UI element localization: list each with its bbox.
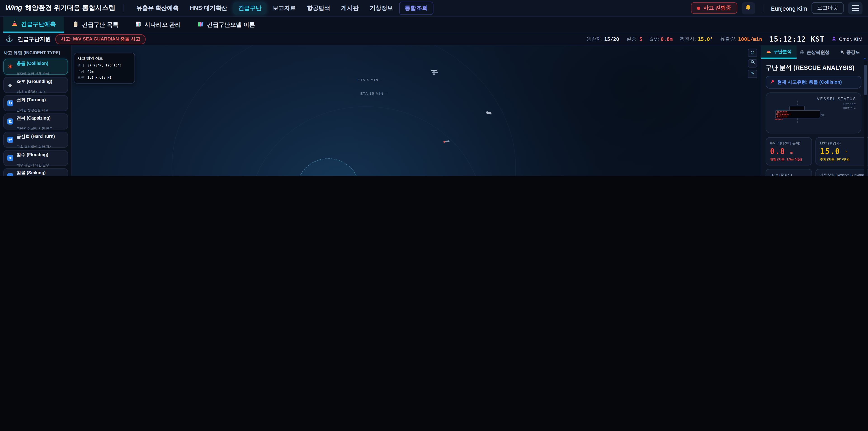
incident-type-grounding[interactable]: ◆ 좌초 (Grounding)해저 접촉/암초 좌초 (3, 77, 68, 93)
notifications-button[interactable] (742, 2, 755, 14)
divider (123, 4, 123, 12)
pin-icon (770, 79, 775, 85)
vessel-status-title: VESSEL STATUS (817, 97, 857, 101)
eta-label-1: ETA 5 MIN — (358, 78, 384, 81)
main-area: 사고 유형 (INCIDENT TYPE) ✶ 충돌 (Collision)외력… (0, 45, 868, 176)
incident-type-flooding[interactable]: ≈ 침수 (Flooding)해수 유입에 의한 침수 (3, 150, 68, 166)
divider (763, 4, 763, 12)
metric-reserve-buoyancy: 잔존 부력 (Reserve Buoyancy) 30% (815, 169, 868, 176)
incident-type-turning[interactable]: ↻ 선회 (Turning)급격한 방향전환 사고 (3, 95, 68, 111)
helicopter-icon (431, 68, 438, 78)
tab-rescue-list[interactable]: 긴급구난 목록 (64, 17, 127, 33)
brand-logo: Wing 해양환경 위기대응 통합시스템 (5, 3, 115, 13)
eta-label-2: ETA 15 MIN — (360, 92, 389, 95)
target-tool-icon[interactable]: ◎ (748, 49, 757, 57)
stat-gm: GM:0.8m (650, 36, 673, 41)
impact-label: IMPACT (775, 118, 783, 121)
tab-bar: 긴급구난예측 긴급구난 목록 시나리오 관리 긴급구난모델 이론 (0, 17, 868, 33)
clipboard-icon (72, 21, 79, 28)
brand-logo-mark: Wing (5, 3, 22, 12)
panel-tab-rescue-analysis[interactable]: 구난분석 (761, 45, 797, 59)
chart-icon (135, 21, 141, 28)
nav-item-aerial-search[interactable]: 항공탐색 (302, 2, 335, 14)
statusbar-stats: 생존자:15/20 실종:5 GM:0.8m 횡경사:15.0° 유출량:100… (586, 35, 862, 43)
nav-item-oil-spill[interactable]: 유출유 확산예측 (131, 2, 184, 14)
siren-icon (766, 49, 771, 55)
stat-list: 횡경사:15.0° (680, 35, 713, 43)
panel-scrollbar[interactable]: ▲ ▼ (864, 60, 867, 176)
status-bar: ⚓ 긴급구난지원 사고: M/V SEA GUARDIAN 충돌 사고 생존자:… (0, 33, 868, 45)
anchor-icon: ⚓ (5, 35, 13, 43)
panel-tab-damage-stability[interactable]: 손상복원성 (797, 45, 833, 59)
metric-trim: TRIM (종경사) 2.5 m 선미 침하 (AFT SINKAGE) (766, 169, 812, 176)
info-row-current: 조류2.5 knots NE (78, 75, 131, 80)
collision-burst-icon: ✶ (8, 63, 13, 70)
stat-missing: 실종:5 (626, 35, 643, 43)
panel-scroll-area[interactable]: 구난 분석 (RESCUE ANALYSIS) 현재 사고유형: 충돌 (Col… (761, 59, 868, 176)
incident-name-badge: 사고: M/V SEA GUARDIAN 충돌 사고 (55, 34, 146, 44)
metric-list: LIST (횡경사) 15.0 ° 주의 (기준: 10° 이내) (815, 137, 868, 165)
nav-item-integrated-search[interactable]: 통합조회 (399, 1, 434, 15)
incident-type-collision[interactable]: ✶ 충돌 (Collision)외력에 의한 선체 손상 (3, 59, 68, 75)
menu-icon[interactable] (848, 2, 863, 14)
current-incident-pin: 현재 사고유형: 충돌 (Collision) (766, 76, 862, 89)
tab-rescue-prediction[interactable]: 긴급구난예측 (3, 17, 64, 33)
main-menu: 유출유 확산예측 HNS·대기확산 긴급구난 보고자료 항공탐색 게시판 기상정… (131, 1, 433, 15)
commander-badge: Cmdr. KIM (832, 36, 863, 42)
incident-type-hard-turn[interactable]: ↩ 급선회 (Hard Turn)고속 급선회에 의한 경사 (3, 132, 68, 148)
top-nav: Wing 해양환경 위기대응 통합시스템 유출유 확산예측 HNS·대기확산 긴… (0, 0, 868, 17)
breach-circle-icon (776, 112, 781, 117)
tab-rescue-model-theory[interactable]: 긴급구난모델 이론 (189, 17, 264, 33)
bell-icon (745, 4, 751, 12)
nav-item-board[interactable]: 게시판 (336, 2, 364, 14)
nav-item-emergency-rescue[interactable]: 긴급구난 (233, 2, 267, 14)
panel-heading: 구난 분석 (RESCUE ANALYSIS) (766, 64, 862, 72)
incident-type-capsizing[interactable]: ⇅ 전복 (Capsizing)복원력 상실에 의한 전복 (3, 114, 68, 129)
waterline-label: WL (822, 114, 825, 117)
turning-icon: ↻ (7, 100, 13, 106)
app-root: Wing 해양환경 위기대응 통합시스템 유출유 확산예측 HNS·대기확산 긴… (0, 0, 868, 176)
app-title: 해양환경 위기대응 통합시스템 (25, 3, 115, 13)
flooded-compartment: FLOODED (777, 111, 787, 117)
nav-item-weather[interactable]: 기상정보 (365, 2, 398, 14)
user-name: Eunjeong Kim (771, 5, 807, 11)
binoculars-icon (800, 49, 804, 55)
scrollbar-thumb[interactable] (864, 65, 867, 95)
person-icon (832, 36, 837, 42)
tab-scenario-management[interactable]: 시나리오 관리 (127, 17, 189, 33)
vessel-list-value: LIST: 15.0° (843, 103, 857, 106)
stat-outflow: 유출량:100L/min (720, 35, 762, 43)
rock-icon: ◆ (8, 82, 12, 88)
stability-metrics: GM (메타센터 높이) 0.8 m 위험 (기준: 1.5m 이상) LIST… (766, 137, 862, 176)
nav-item-hns[interactable]: HNS·대기확산 (185, 2, 232, 14)
vessel-trim-value: TRIM: 2.5m (842, 107, 856, 110)
incident-status-badge: 사고 진행중 (691, 2, 737, 14)
wave-icon: ≈ (7, 155, 13, 161)
scroll-up-icon[interactable]: ▲ (864, 57, 866, 60)
panel-tab-longitudinal-strength[interactable]: ✎ 종강도 (832, 45, 868, 59)
incident-sidebar: 사고 유형 (INCIDENT TYPE) ✶ 충돌 (Collision)외력… (0, 45, 72, 176)
nav-item-reports[interactable]: 보고자료 (268, 2, 301, 14)
measure-tool-icon[interactable]: ✎ (748, 70, 757, 78)
vessel-status-card: VESSEL STATUS LIST: 15.0° TRIM: 2.5m FLO… (766, 92, 862, 133)
magnifier-tool-icon[interactable] (748, 59, 757, 68)
rescue-analysis-panel: 구난분석 손상복원성 ✎ 종강도 구난 분석 (RESCUE ANALYSIS)… (761, 45, 868, 176)
books-icon (197, 21, 204, 28)
metric-gm: GM (메타센터 높이) 0.8 m 위험 (기준: 1.5m 이상) (766, 137, 812, 165)
incident-map[interactable]: 사고 해역 정보 위치37°28'N, 126°15'E 수심45m 조류2.5… (72, 45, 761, 176)
status-dot-icon (697, 6, 701, 10)
logout-button[interactable]: 로그아웃 (811, 2, 844, 14)
capsizing-icon: ⇅ (7, 118, 13, 125)
panel-tabs: 구난분석 손상복원성 ✎ 종강도 (761, 45, 868, 59)
info-row-depth: 수심45m (78, 69, 131, 74)
stat-survivors: 생존자:15/20 (586, 35, 619, 43)
info-popup-title: 사고 해역 정보 (78, 56, 131, 61)
incident-status-label: 사고 진행중 (703, 4, 731, 12)
hard-turn-icon: ↩ (7, 137, 13, 143)
clock: 15:12:12 KST (769, 35, 825, 43)
info-row-position: 위치37°28'N, 126°15'E (78, 63, 131, 68)
incident-type-title: 사고 유형 (INCIDENT TYPE) (3, 50, 68, 56)
incident-type-sinking[interactable]: ↓ 침몰 (Sinking)부력 상실에 의한 침몰 (3, 168, 68, 176)
pencil-icon: ✎ (840, 50, 844, 55)
siren-icon (11, 21, 18, 28)
